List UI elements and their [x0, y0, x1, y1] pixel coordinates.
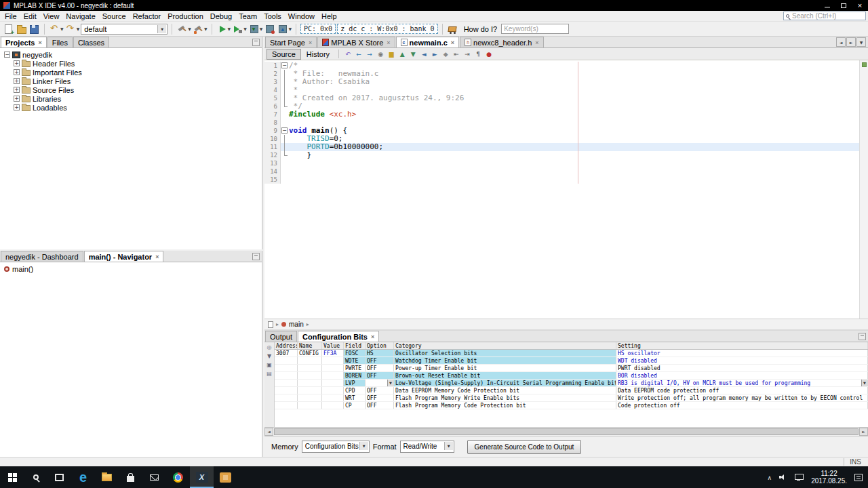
option-cell[interactable]: OFF	[366, 402, 394, 409]
option-cell[interactable]: ▼	[366, 380, 394, 386]
column-header-setting[interactable]: Setting	[616, 342, 868, 349]
address-cell[interactable]	[275, 387, 298, 394]
dropdown-arrow-icon[interactable]: ▼	[260, 26, 263, 31]
tab-projects[interactable]: Projects×	[1, 37, 47, 47]
minimize-panel-button[interactable]	[859, 333, 866, 340]
previous-occurrence-icon[interactable]: ▲	[397, 49, 408, 59]
close-tab-icon[interactable]: ×	[309, 39, 312, 46]
tree-item-important-files[interactable]: +Important Files	[0, 68, 262, 77]
tab-output[interactable]: Output	[265, 331, 297, 342]
make-program-device-button[interactable]: ▼	[248, 23, 263, 35]
config-row-boren[interactable]: BORENOFFBrown-out Reset Enable bitBOR di…	[275, 372, 868, 380]
menu-window[interactable]: Window	[285, 12, 318, 20]
minimize-panel-button[interactable]	[252, 253, 260, 260]
value-cell[interactable]	[322, 387, 344, 394]
configuration-select[interactable]: default▼	[81, 24, 167, 35]
name-cell[interactable]: CONFIG	[298, 350, 322, 357]
search-output-icon[interactable]: ◎	[267, 344, 272, 350]
name-cell[interactable]	[298, 402, 322, 409]
hold-in-reset-button[interactable]	[264, 23, 275, 35]
menu-file[interactable]: File	[1, 12, 20, 20]
tab-list-button[interactable]	[856, 37, 866, 47]
address-cell[interactable]	[275, 394, 298, 401]
collapse-icon[interactable]: −	[4, 52, 10, 58]
field-cell[interactable]: FOSC	[344, 350, 366, 357]
menu-edit[interactable]: Edit	[20, 12, 40, 20]
breadcrumb-item-main[interactable]: main	[289, 321, 304, 328]
taskbar-file-explorer[interactable]	[95, 466, 119, 488]
address-cell[interactable]	[275, 380, 298, 386]
code-line-15[interactable]: 15	[264, 176, 859, 184]
field-cell[interactable]: WDTE	[344, 357, 366, 364]
editor-tab-start-page[interactable]: Start Page×	[265, 37, 317, 47]
tree-root-negyedik[interactable]: −negyedik	[0, 50, 262, 59]
taskbar-clock[interactable]: 11:22 2017.08.25.	[811, 470, 847, 485]
category-cell[interactable]: Power-up Timer Enable bit	[394, 365, 616, 371]
menu-source[interactable]: Source	[99, 12, 130, 20]
name-cell[interactable]	[298, 387, 322, 394]
name-cell[interactable]	[298, 357, 322, 364]
combo-arrow-icon[interactable]: ▼	[444, 442, 453, 450]
minimize-button[interactable]	[819, 0, 835, 11]
setting-cell[interactable]: HS oscillator	[616, 350, 868, 357]
option-cell[interactable]: OFF	[366, 365, 394, 371]
config-row-pwrte[interactable]: PWRTEOFFPower-up Timer Enable bitPWRT di…	[275, 365, 868, 372]
build-project-button[interactable]: ▼	[176, 23, 191, 35]
scrollbar-thumb[interactable]	[274, 428, 859, 435]
field-cell[interactable]: BOREN	[344, 372, 366, 379]
tab-main-navigator[interactable]: main() - Navigator×	[84, 251, 164, 262]
taskbar-store[interactable]	[119, 466, 142, 488]
filter-icon[interactable]: ▼	[267, 353, 271, 359]
dropdown-arrow-icon[interactable]: ▼	[228, 26, 231, 31]
close-tab-icon[interactable]: ×	[38, 39, 41, 46]
option-cell[interactable]: OFF	[366, 387, 394, 394]
menu-tools[interactable]: Tools	[260, 12, 285, 20]
tab-negyedik-dashboard[interactable]: negyedik - Dashboard	[1, 251, 83, 262]
dropdown-arrow-icon[interactable]: ▼	[60, 26, 64, 31]
menu-team[interactable]: Team	[235, 12, 260, 20]
find-selection-icon[interactable]: ◉	[375, 49, 386, 59]
taskbar-mail[interactable]	[142, 466, 166, 488]
maximize-button[interactable]	[835, 0, 852, 11]
store-cart-button[interactable]	[447, 23, 458, 35]
pin-icon[interactable]: ▣	[267, 362, 272, 368]
tree-item-source-files[interactable]: +Source Files	[0, 85, 262, 94]
setting-cell[interactable]: WDT disabled	[616, 357, 868, 364]
next-bookmark-icon[interactable]: ►	[429, 49, 440, 59]
value-cell[interactable]	[322, 402, 344, 409]
field-cell[interactable]: WRT	[344, 394, 366, 401]
name-cell[interactable]	[298, 372, 322, 379]
option-cell[interactable]: OFF	[366, 357, 394, 364]
previous-bookmark-icon[interactable]: ◄	[418, 49, 429, 59]
toggle-bookmark-icon[interactable]: ◆	[440, 49, 451, 59]
setting-cell[interactable]: Data EEPROM code protection off	[616, 387, 868, 394]
value-cell[interactable]: FF3A	[322, 350, 344, 357]
code-line-9[interactable]: 9−void main() {	[264, 127, 859, 135]
save-all-button[interactable]	[28, 23, 40, 35]
field-cell[interactable]: CPD	[344, 387, 366, 394]
editor-tab-newxc8-header-h[interactable]: hnewxc8_header.h×	[460, 37, 544, 47]
record-macro-icon[interactable]: ●	[484, 49, 494, 59]
combo-arrow-icon[interactable]: ▼	[359, 442, 368, 450]
setting-cell[interactable]: Code protection off	[616, 402, 868, 409]
shift-left-icon[interactable]: ⇤	[451, 49, 462, 59]
code-line-13[interactable]: 13	[264, 159, 859, 167]
clean-build-project-button[interactable]: ▼	[193, 23, 208, 35]
field-cell[interactable]: CP	[344, 402, 366, 409]
category-cell[interactable]: Oscillator Selection bits	[394, 350, 616, 357]
config-row-fosc[interactable]: 3007CONFIGFF3AFOSCHSOscillator Selection…	[275, 350, 868, 357]
fold-marker[interactable]: −	[281, 62, 289, 70]
value-cell[interactable]	[322, 372, 344, 379]
code-line-11[interactable]: 11 PORTD=0b10000000;	[264, 143, 859, 151]
quick-search[interactable]: Search (Ctrl+I)	[783, 12, 866, 20]
config-row-wdte[interactable]: WDTEOFFWatchdog Timer Enable bitWDT disa…	[275, 357, 868, 365]
code-line-5[interactable]: 5 * Created on 2017. augusztus 24., 9:26	[264, 94, 859, 102]
close-tab-icon[interactable]: ×	[387, 39, 390, 46]
option-cell[interactable]: OFF	[366, 372, 394, 379]
generate-source-button[interactable]: Generate Source Code to Output	[467, 440, 582, 454]
read-device-memory-button[interactable]: ▼	[277, 23, 292, 35]
option-cell[interactable]: OFF	[366, 394, 394, 401]
menu-refactor[interactable]: Refactor	[130, 12, 165, 20]
collapse-fold-icon[interactable]: −	[281, 127, 288, 134]
value-cell[interactable]	[322, 380, 344, 386]
